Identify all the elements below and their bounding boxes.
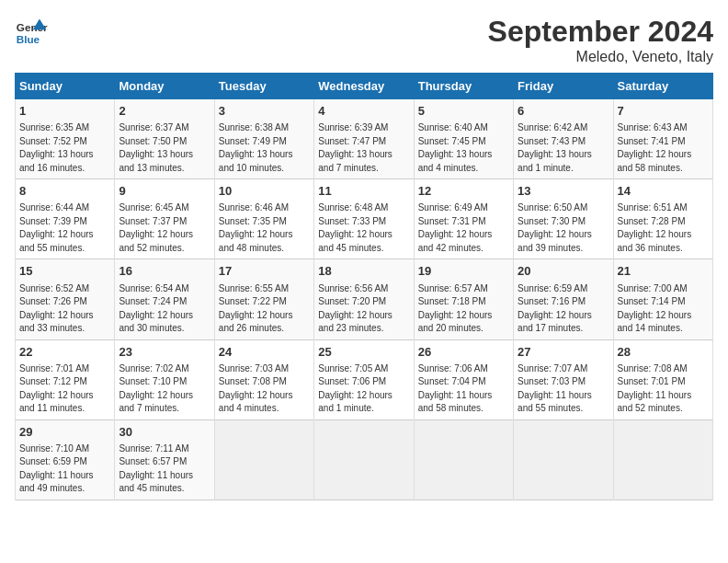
day-detail: Sunrise: 6:50 AMSunset: 7:30 PMDaylight:… <box>518 201 609 255</box>
page-header: General Blue September 2024 Meledo, Vene… <box>15 15 713 65</box>
col-header-wednesday: Wednesday <box>314 74 414 99</box>
day-number: 6 <box>518 103 609 120</box>
calendar-cell: 27Sunrise: 7:07 AMSunset: 7:03 PMDayligh… <box>514 339 613 419</box>
calendar-cell: 26Sunrise: 7:06 AMSunset: 7:04 PMDayligh… <box>414 339 513 419</box>
col-header-thursday: Thursday <box>414 74 513 99</box>
day-number: 4 <box>318 103 409 120</box>
col-header-monday: Monday <box>115 74 214 99</box>
day-number: 11 <box>318 183 409 200</box>
day-number: 16 <box>119 263 210 280</box>
calendar-cell: 5Sunrise: 6:40 AMSunset: 7:45 PMDaylight… <box>414 99 513 179</box>
calendar-cell: 14Sunrise: 6:51 AMSunset: 7:28 PMDayligh… <box>613 179 712 259</box>
calendar-week-3: 15Sunrise: 6:52 AMSunset: 7:26 PMDayligh… <box>16 259 713 339</box>
day-detail: Sunrise: 7:07 AMSunset: 7:03 PMDaylight:… <box>518 362 609 416</box>
day-number: 18 <box>318 263 409 280</box>
day-detail: Sunrise: 6:40 AMSunset: 7:45 PMDaylight:… <box>418 121 509 175</box>
location-subtitle: Meledo, Veneto, Italy <box>488 49 713 65</box>
day-detail: Sunrise: 6:51 AMSunset: 7:28 PMDaylight:… <box>618 201 709 255</box>
day-detail: Sunrise: 7:05 AMSunset: 7:06 PMDaylight:… <box>318 362 409 416</box>
day-detail: Sunrise: 7:03 AMSunset: 7:08 PMDaylight:… <box>219 362 310 416</box>
day-detail: Sunrise: 6:39 AMSunset: 7:47 PMDaylight:… <box>318 121 409 175</box>
calendar-cell: 13Sunrise: 6:50 AMSunset: 7:30 PMDayligh… <box>514 179 613 259</box>
calendar-cell: 18Sunrise: 6:56 AMSunset: 7:20 PMDayligh… <box>314 259 414 339</box>
calendar-cell: 7Sunrise: 6:43 AMSunset: 7:41 PMDaylight… <box>613 99 712 179</box>
day-number: 13 <box>518 183 609 200</box>
calendar-table: SundayMondayTuesdayWednesdayThursdayFrid… <box>15 73 713 500</box>
calendar-week-5: 29Sunrise: 7:10 AMSunset: 6:59 PMDayligh… <box>16 419 713 500</box>
day-detail: Sunrise: 6:52 AMSunset: 7:26 PMDaylight:… <box>19 282 110 336</box>
calendar-cell: 23Sunrise: 7:02 AMSunset: 7:10 PMDayligh… <box>115 339 214 419</box>
calendar-cell: 20Sunrise: 6:59 AMSunset: 7:16 PMDayligh… <box>514 259 613 339</box>
day-number: 23 <box>119 344 210 361</box>
col-header-saturday: Saturday <box>613 74 712 99</box>
title-block: September 2024 Meledo, Veneto, Italy <box>488 15 713 65</box>
calendar-cell: 6Sunrise: 6:42 AMSunset: 7:43 PMDaylight… <box>514 99 613 179</box>
day-detail: Sunrise: 6:43 AMSunset: 7:41 PMDaylight:… <box>618 121 709 175</box>
day-detail: Sunrise: 6:46 AMSunset: 7:35 PMDaylight:… <box>219 201 310 255</box>
col-header-tuesday: Tuesday <box>214 74 313 99</box>
day-number: 29 <box>19 424 110 441</box>
day-detail: Sunrise: 6:57 AMSunset: 7:18 PMDaylight:… <box>418 282 509 336</box>
day-number: 17 <box>219 263 310 280</box>
day-number: 1 <box>19 103 110 120</box>
calendar-cell: 19Sunrise: 6:57 AMSunset: 7:18 PMDayligh… <box>414 259 513 339</box>
calendar-cell: 4Sunrise: 6:39 AMSunset: 7:47 PMDaylight… <box>314 99 414 179</box>
day-number: 12 <box>418 183 509 200</box>
calendar-cell: 8Sunrise: 6:44 AMSunset: 7:39 PMDaylight… <box>16 179 115 259</box>
calendar-week-1: 1Sunrise: 6:35 AMSunset: 7:52 PMDaylight… <box>16 99 713 179</box>
day-detail: Sunrise: 7:01 AMSunset: 7:12 PMDaylight:… <box>19 362 110 416</box>
day-detail: Sunrise: 7:02 AMSunset: 7:10 PMDaylight:… <box>119 362 210 416</box>
day-number: 5 <box>418 103 509 120</box>
col-header-sunday: Sunday <box>16 74 115 99</box>
day-detail: Sunrise: 6:37 AMSunset: 7:50 PMDaylight:… <box>119 121 210 175</box>
day-detail: Sunrise: 6:59 AMSunset: 7:16 PMDaylight:… <box>518 282 609 336</box>
calendar-cell <box>514 419 613 500</box>
day-detail: Sunrise: 6:56 AMSunset: 7:20 PMDaylight:… <box>318 282 409 336</box>
calendar-cell: 10Sunrise: 6:46 AMSunset: 7:35 PMDayligh… <box>214 179 313 259</box>
calendar-cell: 2Sunrise: 6:37 AMSunset: 7:50 PMDaylight… <box>115 99 214 179</box>
calendar-cell: 21Sunrise: 7:00 AMSunset: 7:14 PMDayligh… <box>613 259 712 339</box>
day-detail: Sunrise: 6:55 AMSunset: 7:22 PMDaylight:… <box>219 282 310 336</box>
month-title: September 2024 <box>488 15 713 49</box>
day-number: 3 <box>219 103 310 120</box>
calendar-cell <box>613 419 712 500</box>
day-detail: Sunrise: 6:48 AMSunset: 7:33 PMDaylight:… <box>318 201 409 255</box>
calendar-cell: 30Sunrise: 7:11 AMSunset: 6:57 PMDayligh… <box>115 419 214 500</box>
calendar-week-2: 8Sunrise: 6:44 AMSunset: 7:39 PMDaylight… <box>16 179 713 259</box>
day-detail: Sunrise: 6:38 AMSunset: 7:49 PMDaylight:… <box>219 121 310 175</box>
day-detail: Sunrise: 7:11 AMSunset: 6:57 PMDaylight:… <box>119 442 210 496</box>
col-header-friday: Friday <box>514 74 613 99</box>
day-number: 2 <box>119 103 210 120</box>
day-number: 14 <box>618 183 709 200</box>
header-row: SundayMondayTuesdayWednesdayThursdayFrid… <box>16 74 713 99</box>
day-number: 25 <box>318 344 409 361</box>
day-number: 9 <box>119 183 210 200</box>
day-detail: Sunrise: 6:42 AMSunset: 7:43 PMDaylight:… <box>518 121 609 175</box>
day-number: 21 <box>618 263 709 280</box>
svg-text:Blue: Blue <box>17 33 40 45</box>
calendar-cell: 22Sunrise: 7:01 AMSunset: 7:12 PMDayligh… <box>16 339 115 419</box>
day-detail: Sunrise: 7:00 AMSunset: 7:14 PMDaylight:… <box>618 282 709 336</box>
calendar-cell: 12Sunrise: 6:49 AMSunset: 7:31 PMDayligh… <box>414 179 513 259</box>
calendar-cell: 29Sunrise: 7:10 AMSunset: 6:59 PMDayligh… <box>16 419 115 500</box>
day-number: 24 <box>219 344 310 361</box>
logo: General Blue <box>15 15 48 48</box>
calendar-cell: 1Sunrise: 6:35 AMSunset: 7:52 PMDaylight… <box>16 99 115 179</box>
day-number: 30 <box>119 424 210 441</box>
day-detail: Sunrise: 6:54 AMSunset: 7:24 PMDaylight:… <box>119 282 210 336</box>
calendar-cell <box>414 419 513 500</box>
calendar-cell <box>314 419 414 500</box>
calendar-cell: 16Sunrise: 6:54 AMSunset: 7:24 PMDayligh… <box>115 259 214 339</box>
day-detail: Sunrise: 7:08 AMSunset: 7:01 PMDaylight:… <box>618 362 709 416</box>
calendar-cell: 28Sunrise: 7:08 AMSunset: 7:01 PMDayligh… <box>613 339 712 419</box>
day-detail: Sunrise: 7:10 AMSunset: 6:59 PMDaylight:… <box>19 442 110 496</box>
day-number: 28 <box>618 344 709 361</box>
calendar-cell: 24Sunrise: 7:03 AMSunset: 7:08 PMDayligh… <box>214 339 313 419</box>
day-detail: Sunrise: 6:44 AMSunset: 7:39 PMDaylight:… <box>19 201 110 255</box>
calendar-cell <box>214 419 313 500</box>
calendar-cell: 17Sunrise: 6:55 AMSunset: 7:22 PMDayligh… <box>214 259 313 339</box>
calendar-cell: 15Sunrise: 6:52 AMSunset: 7:26 PMDayligh… <box>16 259 115 339</box>
day-detail: Sunrise: 6:45 AMSunset: 7:37 PMDaylight:… <box>119 201 210 255</box>
calendar-cell: 25Sunrise: 7:05 AMSunset: 7:06 PMDayligh… <box>314 339 414 419</box>
day-number: 26 <box>418 344 509 361</box>
